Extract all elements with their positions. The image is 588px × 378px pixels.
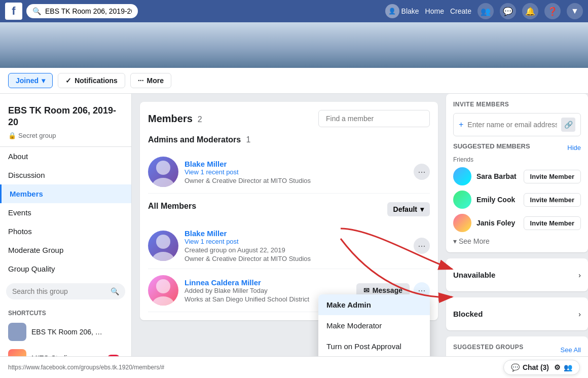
blake-more-button[interactable]: ··· <box>414 238 430 254</box>
default-sort-button[interactable]: Default ▾ <box>387 202 430 216</box>
member-row-linnea: Linnea Caldera Miller Added by Blake Mil… <box>148 269 430 312</box>
member-name-blake[interactable]: Blake Miller <box>185 229 408 238</box>
member-info-blake: Blake Miller View 1 recent post Created … <box>185 229 408 262</box>
admins-label: Admins and Moderators 1 <box>148 135 430 144</box>
joined-button[interactable]: Joined ▾ <box>8 73 53 88</box>
sidebar-item-moderate[interactable]: Moderate Group <box>0 241 131 259</box>
sidebar-item-about[interactable]: About <box>0 147 131 166</box>
plus-icon: + <box>459 120 463 129</box>
nav-right-area: 👤 Blake Home Create 👥 💬 🔔 ❓ ▼ <box>385 3 583 19</box>
search-bar[interactable]: 🔍 <box>26 4 138 18</box>
member-sub-blake[interactable]: View 1 recent post <box>185 238 408 245</box>
invite-members-title: INVITE MEMBERS <box>453 101 581 108</box>
notifications-button[interactable]: ✓ Notifications <box>58 73 125 88</box>
see-all-link[interactable]: See All <box>561 346 581 354</box>
invite-input-area[interactable]: + 🔗 <box>453 113 581 136</box>
nav-user[interactable]: 👤 Blake <box>385 4 419 18</box>
member-detail-blake: Created group on August 22, 2019 <box>185 246 408 254</box>
left-sidebar: EBS TK Room 206, 2019-20 🔒 Secret group … <box>0 94 132 378</box>
member-name-linnea[interactable]: Linnea Caldera Miller <box>185 278 350 287</box>
member-detail2-blake: Owner & Creative Director at MITO Studio… <box>185 255 408 262</box>
home-link[interactable]: Home <box>425 7 444 15</box>
sidebar-nav: About Discussion Members Events Photos M… <box>0 146 131 278</box>
search-input[interactable] <box>45 7 132 15</box>
admin-sub[interactable]: View 1 recent post <box>185 168 408 176</box>
dropdown-make-admin[interactable]: Make Admin <box>318 294 430 315</box>
admin-name[interactable]: Blake Miller <box>185 160 408 168</box>
right-sidebar: INVITE MEMBERS + 🔗 SUGGESTED MEMBERS Hid… <box>446 94 588 378</box>
svg-point-2 <box>156 235 170 249</box>
friends-label: Friends <box>453 156 581 163</box>
sidebar-item-photos[interactable]: Photos <box>0 222 131 241</box>
suggested-groups-title: SUGGESTED GROUPS <box>453 344 524 351</box>
shortcut-label-ebs: EBS TK Room 206, 201... <box>31 328 102 336</box>
facebook-logo[interactable]: f <box>5 3 22 20</box>
menu-icon[interactable]: ▼ <box>567 3 583 19</box>
member-sub-linnea: Added by Blake Miller Today <box>185 287 350 294</box>
unavailable-card[interactable]: Unavailable › <box>446 258 588 291</box>
action-bar: Joined ▾ ✓ Notifications ··· More <box>0 68 588 94</box>
svg-point-3 <box>152 252 174 261</box>
invite-input[interactable] <box>467 121 557 129</box>
chevron-right-icon: › <box>578 271 581 279</box>
admin-actions: ··· <box>414 164 430 180</box>
find-member-input[interactable] <box>318 110 430 127</box>
suggested-member-janis-foley: Janis Foley Invite Member <box>453 214 581 232</box>
messenger-icon[interactable]: 💬 <box>500 3 516 19</box>
help-icon[interactable]: ❓ <box>544 3 561 19</box>
sidebar-item-discussion[interactable]: Discussion <box>0 166 131 184</box>
search-group-icon: 🔍 <box>111 287 119 295</box>
sidebar-item-members[interactable]: Members <box>0 184 131 203</box>
blocked-card[interactable]: Blocked › <box>446 297 588 330</box>
invite-members-card: INVITE MEMBERS + 🔗 SUGGESTED MEMBERS Hid… <box>446 94 588 252</box>
members-title: Members 2 <box>148 113 202 125</box>
find-member-area[interactable] <box>318 110 430 127</box>
bottom-bar: https://www.facebook.com/groups/ebs.tk.1… <box>0 356 588 378</box>
sidebar-item-quality[interactable]: Group Quality <box>0 259 131 278</box>
members-header: Members 2 <box>148 110 430 127</box>
shortcuts-label: Shortcuts <box>0 305 131 319</box>
create-link[interactable]: Create <box>450 7 471 15</box>
unavailable-row[interactable]: Unavailable › <box>453 266 581 284</box>
admin-member-card: Blake Miller View 1 recent post Owner & … <box>148 150 430 194</box>
invite-member-button[interactable]: Invite Member <box>524 216 581 230</box>
admin-info: Blake Miller View 1 recent post Owner & … <box>185 160 408 184</box>
dropdown-turn-on-post[interactable]: Turn on Post Approval <box>318 336 430 357</box>
member-avatar-blake <box>148 231 178 261</box>
shortcut-item-ebs[interactable]: EBS TK Room 206, 201... <box>0 319 131 345</box>
invite-member-button[interactable]: Invite Member <box>524 170 581 183</box>
invite-link-icon[interactable]: 🔗 <box>561 118 575 132</box>
sidebar-item-events[interactable]: Events <box>0 203 131 222</box>
chevron-right-icon-2: › <box>578 310 581 318</box>
more-button[interactable]: ··· More <box>130 73 171 88</box>
notifications-icon[interactable]: 🔔 <box>522 3 538 19</box>
status-url: https://www.facebook.com/groups/ebs.tk.1… <box>8 364 495 371</box>
sugg-name: Janis Foley <box>476 219 519 227</box>
suggested-member-sara-barbat: Sara Barbat Invite Member <box>453 167 581 185</box>
chevron-down-icon: ▾ <box>453 237 457 245</box>
sugg-name: Emily Cook <box>476 196 519 204</box>
sugg-avatar <box>453 191 471 209</box>
chat-people-icon: 👥 <box>564 363 572 371</box>
suggested-member-emily-cook: Emily Cook Invite Member <box>453 191 581 209</box>
admin-more-button[interactable]: ··· <box>414 164 430 180</box>
all-members-label: All Members <box>148 202 196 211</box>
search-group-box[interactable]: 🔍 <box>6 283 125 299</box>
hide-link[interactable]: Hide <box>567 144 581 152</box>
dropdown-make-moderator[interactable]: Make Moderator <box>318 315 430 336</box>
blocked-row[interactable]: Blocked › <box>453 305 581 323</box>
all-members-header: All Members Default ▾ <box>148 202 430 217</box>
invite-member-button[interactable]: Invite Member <box>524 193 581 207</box>
svg-point-4 <box>156 279 170 293</box>
svg-point-1 <box>152 178 174 187</box>
shortcut-icon-ebs <box>8 323 26 341</box>
chat-button[interactable]: 💬 Chat (3) ⚙ 👥 <box>503 360 580 375</box>
suggested-members-list: Sara Barbat Invite Member Emily Cook Inv… <box>453 167 581 232</box>
search-group-input[interactable] <box>12 287 106 295</box>
see-more-suggested[interactable]: ▾ See More <box>453 237 581 245</box>
member-actions-blake: ··· <box>414 238 430 254</box>
chat-icon: 💬 <box>511 363 520 371</box>
main-panel: Members 2 Admins and Moderators 1 <box>132 94 446 378</box>
suggested-members-title: SUGGESTED MEMBERS <box>453 142 530 150</box>
people-icon[interactable]: 👥 <box>477 3 494 19</box>
